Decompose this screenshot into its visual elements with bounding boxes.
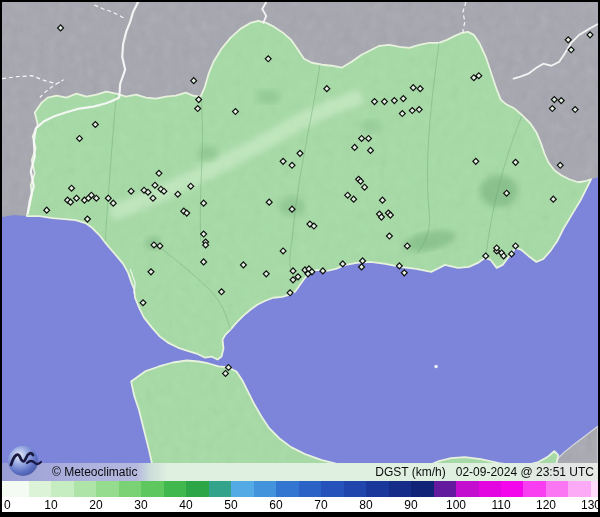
timestamp: 02-09-2024 @ 23:51 UTC [456,465,594,479]
copyright-text[interactable]: © Meteoclimatic [52,465,138,479]
attribution-bar: © Meteoclimatic DGST (km/h) 02-09-2024 @… [2,463,598,481]
product-label: DGST (km/h) [375,465,445,479]
scale-ticks: 0102030405060708090100110120130 [2,497,598,512]
meteoclimatic-logo[interactable] [6,443,42,479]
scale-tick-label: 10 [44,498,57,512]
weather-map [2,2,598,481]
scale-tick-label: 20 [89,498,102,512]
scale-tick-label: 40 [179,498,192,512]
scale-tick-label: 50 [224,498,237,512]
scale-tick-label: 60 [269,498,282,512]
scale-tick-label: 0 [4,498,11,512]
color-scale [2,481,598,497]
scale-tick-label: 100 [446,498,466,512]
scale-tick-label: 90 [404,498,417,512]
scale-tick-label: 80 [359,498,372,512]
map-image-frame: © Meteoclimatic DGST (km/h) 02-09-2024 @… [0,0,600,517]
alboran-island [434,365,438,369]
scale-tick-label: 30 [134,498,147,512]
map-canvas: © Meteoclimatic DGST (km/h) 02-09-2024 @… [2,2,598,512]
scale-tick-label: 130 [581,498,598,512]
scale-tick-label: 70 [314,498,327,512]
scale-tick-label: 120 [536,498,556,512]
scale-tick-label: 110 [491,498,510,512]
